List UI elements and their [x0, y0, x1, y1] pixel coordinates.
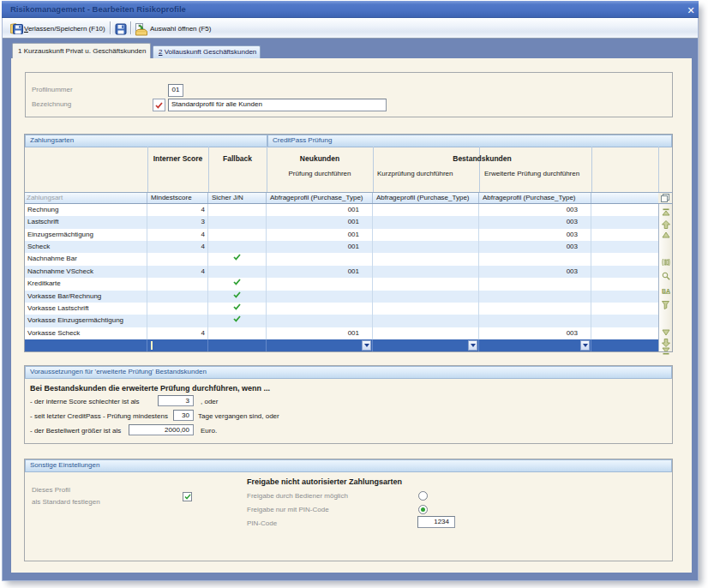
- condition-1-field[interactable]: 3: [158, 395, 194, 406]
- cell-neukunden[interactable]: 001: [267, 327, 373, 339]
- cell-mindestscore[interactable]: 4: [147, 327, 208, 339]
- scroll-first-icon[interactable]: [662, 208, 670, 218]
- cell-kurzpruefung[interactable]: [373, 303, 479, 315]
- cell-mindestscore[interactable]: 4: [147, 266, 208, 278]
- cell-erweitert[interactable]: 003: [479, 216, 591, 228]
- grid-row[interactable]: Rechnung4001003: [25, 204, 658, 216]
- cell-kurzpruefung[interactable]: [373, 315, 479, 327]
- subheader-abfrageprofil-1[interactable]: Abfrageprofil (Purchase_Type): [267, 193, 373, 203]
- close-icon[interactable]: ✕: [685, 4, 697, 16]
- sort-icon[interactable]: BA: [662, 286, 671, 296]
- selected-cell-mindestscore[interactable]: [147, 339, 208, 351]
- cell-mindestscore[interactable]: [147, 291, 208, 303]
- column-header-fallback[interactable]: Fallback: [208, 154, 267, 163]
- profilnummer-field[interactable]: 01: [168, 84, 183, 97]
- cell-mindestscore[interactable]: [147, 278, 208, 290]
- cell-spacer[interactable]: [591, 253, 658, 265]
- subheader-abfrageprofil-2[interactable]: Abfrageprofil (Purchase_Type): [373, 193, 479, 203]
- cell-zahlungsart[interactable]: Vorkasse Einzugsermächtigung: [25, 315, 147, 327]
- cell-erweitert[interactable]: 003: [479, 266, 591, 278]
- subheader-sicher[interactable]: Sicher J/N: [208, 193, 267, 203]
- column-header-neukunden[interactable]: Neukunden: [267, 154, 373, 163]
- cell-erweitert[interactable]: [479, 253, 591, 265]
- selected-cell-neukunden[interactable]: [267, 339, 373, 351]
- freigabe-pin-radio[interactable]: [418, 505, 428, 514]
- cell-zahlungsart[interactable]: Lastschrift: [25, 216, 147, 228]
- cell-mindestscore[interactable]: [147, 253, 208, 265]
- cell-zahlungsart[interactable]: Vorkasse Bar/Rechnung: [25, 291, 147, 303]
- row-down-icon[interactable]: [662, 329, 670, 338]
- cell-neukunden[interactable]: 001: [267, 266, 373, 278]
- cell-erweitert[interactable]: 003: [479, 204, 591, 216]
- copy-grid-icon[interactable]: [658, 192, 672, 204]
- subheader-zahlungsart[interactable]: Zahlungsart: [25, 193, 147, 203]
- column-header-bestandskunden[interactable]: Bestandskunden: [373, 154, 591, 163]
- cell-neukunden[interactable]: 001: [267, 204, 373, 216]
- grid-row[interactable]: Vorkasse Lastschrift: [25, 303, 658, 315]
- grid-row[interactable]: Nachnahme Bar: [25, 253, 658, 265]
- cell-neukunden[interactable]: [267, 315, 373, 327]
- cell-neukunden[interactable]: 001: [267, 229, 373, 241]
- cell-mindestscore[interactable]: 4: [147, 204, 208, 216]
- freigabe-bediener-radio[interactable]: [418, 491, 428, 501]
- cell-neukunden[interactable]: [267, 291, 373, 303]
- spellcheck-icon[interactable]: [153, 99, 165, 111]
- cell-neukunden[interactable]: [267, 253, 373, 265]
- cell-spacer[interactable]: [591, 303, 658, 315]
- cell-zahlungsart[interactable]: Vorkasse Scheck: [25, 327, 147, 339]
- column-header-interner-score[interactable]: Interner Score: [147, 154, 208, 163]
- cell-erweitert[interactable]: [479, 278, 591, 290]
- cell-kurzpruefung[interactable]: [373, 327, 479, 339]
- cell-mindestscore[interactable]: 3: [147, 216, 208, 228]
- scroll-up-icon[interactable]: [662, 220, 670, 231]
- cell-zahlungsart[interactable]: Nachnahme Bar: [25, 253, 147, 265]
- search-icon[interactable]: [662, 272, 670, 282]
- grid-row[interactable]: Einzugsermächtigung4001003: [25, 229, 658, 241]
- selected-cell-erweitert[interactable]: [479, 339, 591, 351]
- cell-fallback[interactable]: [208, 303, 267, 315]
- cell-spacer[interactable]: [591, 315, 658, 327]
- cell-neukunden[interactable]: [267, 278, 373, 290]
- save-exit-icon[interactable]: [10, 23, 23, 37]
- cell-zahlungsart[interactable]: Kreditkarte: [25, 278, 147, 290]
- cell-erweitert[interactable]: [479, 291, 591, 303]
- subheader-mindestscore[interactable]: Mindestscore: [147, 193, 208, 203]
- cell-spacer[interactable]: [591, 278, 658, 290]
- cell-neukunden[interactable]: [267, 303, 373, 315]
- cell-fallback[interactable]: [208, 278, 267, 290]
- cell-mindestscore[interactable]: [147, 303, 208, 315]
- cell-erweitert[interactable]: [479, 315, 591, 327]
- cell-erweitert[interactable]: [479, 303, 591, 315]
- cell-erweitert[interactable]: 003: [479, 241, 591, 253]
- cell-zahlungsart[interactable]: Rechnung: [25, 204, 147, 216]
- cell-fallback[interactable]: [208, 266, 267, 278]
- grid-row[interactable]: Scheck4001003: [25, 241, 658, 253]
- cell-erweitert[interactable]: 003: [479, 229, 591, 241]
- grid-row[interactable]: Vorkasse Scheck4001003: [25, 327, 658, 339]
- save-icon[interactable]: [115, 23, 127, 37]
- cell-fallback[interactable]: [208, 204, 267, 216]
- cell-zahlungsart[interactable]: Vorkasse Lastschrift: [25, 303, 147, 315]
- tab-vollauskunft[interactable]: 2 Vollauskunft Geschäftskunden: [153, 45, 261, 59]
- cell-fallback[interactable]: [208, 327, 267, 339]
- cell-kurzpruefung[interactable]: [373, 204, 479, 216]
- selected-cell-fallback[interactable]: [208, 339, 267, 351]
- cell-fallback[interactable]: [208, 241, 267, 253]
- bezeichnung-field[interactable]: Standardprofil für alle Kunden: [168, 99, 387, 111]
- grid-row[interactable]: Lastschrift3001003: [25, 216, 658, 228]
- grid-selected-row[interactable]: [25, 339, 658, 351]
- cell-kurzpruefung[interactable]: [373, 229, 479, 241]
- save-exit-button[interactable]: Verlassen/Speichern (F10): [24, 24, 105, 33]
- cell-spacer[interactable]: [591, 266, 658, 278]
- grid-row[interactable]: Vorkasse Einzugsermächtigung: [25, 315, 658, 327]
- cell-fallback[interactable]: [208, 291, 267, 303]
- cell-spacer[interactable]: [591, 229, 658, 241]
- cell-neukunden[interactable]: 001: [267, 216, 373, 228]
- standard-checkbox[interactable]: [183, 492, 192, 501]
- cell-spacer[interactable]: [591, 241, 658, 253]
- cell-spacer[interactable]: [591, 204, 658, 216]
- cell-kurzpruefung[interactable]: [373, 278, 479, 290]
- cell-zahlungsart[interactable]: Nachnahme VScheck: [25, 266, 147, 278]
- columns-icon[interactable]: [662, 258, 670, 268]
- cell-mindestscore[interactable]: 4: [147, 241, 208, 253]
